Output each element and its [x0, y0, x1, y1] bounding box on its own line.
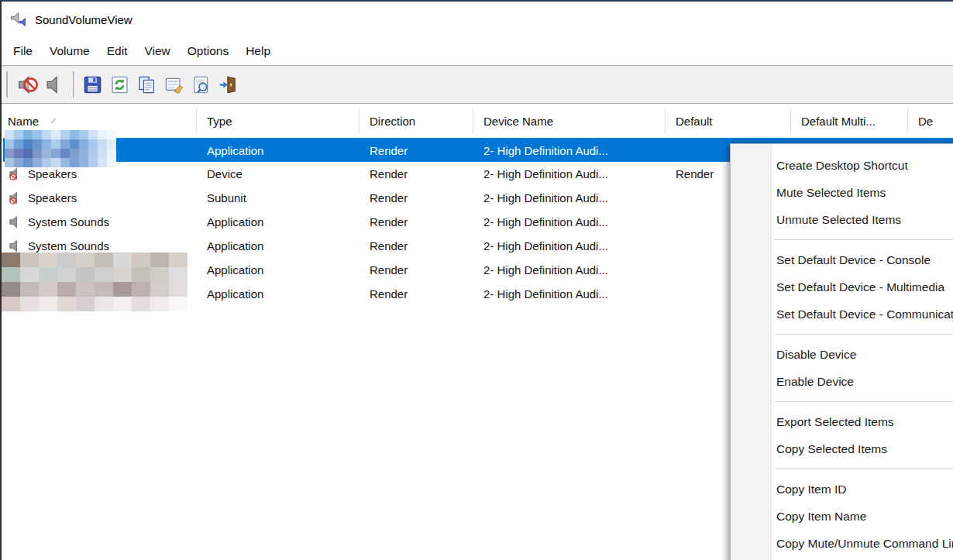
- context-menu-item-unmute-selected-items[interactable]: Unmute Selected Items: [731, 206, 953, 233]
- context-menu-separator: [775, 401, 953, 402]
- type-cell: Application: [197, 139, 360, 163]
- menu-bar: FileVolumeEditViewOptionsHelp: [2, 37, 953, 65]
- menu-view[interactable]: View: [136, 37, 178, 65]
- device-name-cell: 2- High Definition Audi...: [473, 210, 666, 234]
- context-menu-item-set-default-device-multimedia[interactable]: Set Default Device - Multimedia: [731, 273, 953, 301]
- type-cell: Application: [197, 210, 360, 234]
- menu-file[interactable]: File: [5, 37, 41, 65]
- device-name-cell: 2- High Definition Audi...: [473, 186, 666, 210]
- menu-help[interactable]: Help: [237, 37, 279, 65]
- column-header-label: Device Name: [483, 115, 553, 128]
- context-menu-item-enable-device[interactable]: Enable Device: [731, 368, 953, 395]
- app-icon: [9, 10, 28, 29]
- title-bar[interactable]: SoundVolumeView: [2, 2, 953, 37]
- column-header-label: Type: [207, 115, 232, 128]
- context-menu-item-export-selected-items[interactable]: Export Selected Items: [731, 408, 953, 435]
- name-cell: System Sounds: [3, 210, 197, 234]
- find-button[interactable]: [188, 71, 213, 98]
- menu-volume[interactable]: Volume: [41, 37, 98, 65]
- soundvolumeview-window: { "window": { "title": "SoundVolumeView"…: [0, 0, 953, 560]
- device-name-cell: 2- High Definition Audi...: [473, 234, 666, 258]
- bottom-rows-name-redaction: [2, 253, 188, 311]
- column-header-label: Default: [676, 115, 713, 128]
- exit-button[interactable]: [215, 71, 240, 98]
- menu-edit[interactable]: Edit: [98, 37, 136, 65]
- column-header-direction[interactable]: Direction: [360, 108, 473, 134]
- direction-cell: Render: [360, 162, 473, 186]
- direction-cell: Render: [360, 282, 473, 306]
- context-menu-item-copy-item-name[interactable]: Copy Item Name: [731, 503, 953, 530]
- properties-button[interactable]: [161, 71, 186, 98]
- column-header-label: Default Multi...: [801, 115, 876, 128]
- device-name-cell: 2- High Definition Audi...: [473, 282, 666, 306]
- selected-row-name-redaction: [5, 130, 116, 167]
- direction-cell: Render: [360, 258, 473, 282]
- properties-icon: [163, 74, 184, 95]
- column-header-default[interactable]: Default: [666, 108, 791, 134]
- save-button[interactable]: [80, 71, 105, 98]
- column-header-label: De: [918, 115, 933, 128]
- item-name: System Sounds: [28, 215, 109, 228]
- context-menu-item-set-default-device-console[interactable]: Set Default Device - Console: [731, 246, 953, 273]
- type-cell: Application: [197, 234, 360, 258]
- toolbar-grip[interactable]: [6, 71, 8, 98]
- exit-icon: [218, 74, 239, 95]
- context-menu-item-mute-selected-items[interactable]: Mute Selected Items: [731, 179, 953, 206]
- context-menu-item-set-default-device-communications[interactable]: Set Default Device - Communications: [731, 301, 953, 328]
- name-cell: Speakers: [3, 186, 197, 210]
- column-header-device-name[interactable]: Device Name: [473, 108, 666, 134]
- refresh-button[interactable]: [107, 71, 132, 98]
- menu-options[interactable]: Options: [179, 37, 237, 65]
- speaker-icon: [8, 215, 22, 229]
- speaker-icon: [44, 74, 65, 95]
- unmute-selected-button[interactable]: [42, 71, 67, 98]
- item-name: System Sounds: [28, 239, 109, 253]
- mute-selected-button[interactable]: [15, 71, 40, 98]
- list-header: NameTypeDirectionDevice NameDefaultDefau…: [3, 104, 953, 138]
- column-header-default-multi[interactable]: Default Multi...: [791, 108, 908, 134]
- copy-button[interactable]: [134, 71, 159, 98]
- column-header-label: Name: [8, 115, 39, 128]
- column-header-label: Direction: [370, 115, 415, 128]
- window-title: SoundVolumeView: [35, 13, 132, 26]
- toolbar-separator: [73, 71, 74, 98]
- direction-cell: Render: [360, 210, 473, 234]
- context-menu-separator: [775, 239, 953, 240]
- mute-speaker-icon: [17, 74, 38, 95]
- device-name-cell: 2- High Definition Audi...: [473, 258, 666, 282]
- sort-ascending-icon: [51, 118, 60, 127]
- context-menu-item-disable-device[interactable]: Disable Device: [731, 341, 953, 368]
- column-header-type[interactable]: Type: [197, 108, 360, 134]
- type-cell: Subunit: [197, 186, 360, 210]
- direction-cell: Render: [360, 186, 473, 210]
- type-cell: Device: [197, 162, 360, 186]
- device-name-cell: 2- High Definition Audi...: [473, 162, 666, 186]
- speaker-muted-icon: [8, 191, 22, 205]
- column-header-de[interactable]: De: [908, 108, 953, 134]
- device-name-cell: 2- High Definition Audi...: [473, 139, 666, 163]
- toolbar: [2, 65, 953, 104]
- direction-cell: Render: [360, 234, 473, 258]
- context-menu-item-copy-item-id[interactable]: Copy Item ID: [731, 476, 953, 503]
- refresh-icon: [109, 74, 130, 95]
- find-icon: [191, 74, 212, 95]
- context-menu-item-copy-selected-items[interactable]: Copy Selected Items: [731, 435, 953, 462]
- speaker-icon: [8, 239, 22, 253]
- context-menu: Create Desktop ShortcutMute Selected Ite…: [730, 143, 953, 560]
- context-menu-item-copy-mute-unmute-command-lines[interactable]: Copy Mute/Unmute Command Lines: [731, 530, 953, 557]
- copy-icon: [136, 74, 157, 95]
- direction-cell: Render: [360, 139, 473, 163]
- item-name: Speakers: [28, 191, 77, 204]
- context-menu-separator: [775, 469, 953, 469]
- type-cell: Application: [197, 282, 360, 306]
- save-icon: [82, 74, 103, 95]
- type-cell: Application: [197, 258, 360, 282]
- item-name: Speakers: [28, 167, 77, 180]
- speaker-muted-icon: [8, 167, 22, 181]
- context-menu-separator: [775, 334, 953, 335]
- context-menu-item-create-desktop-shortcut[interactable]: Create Desktop Shortcut: [731, 152, 953, 179]
